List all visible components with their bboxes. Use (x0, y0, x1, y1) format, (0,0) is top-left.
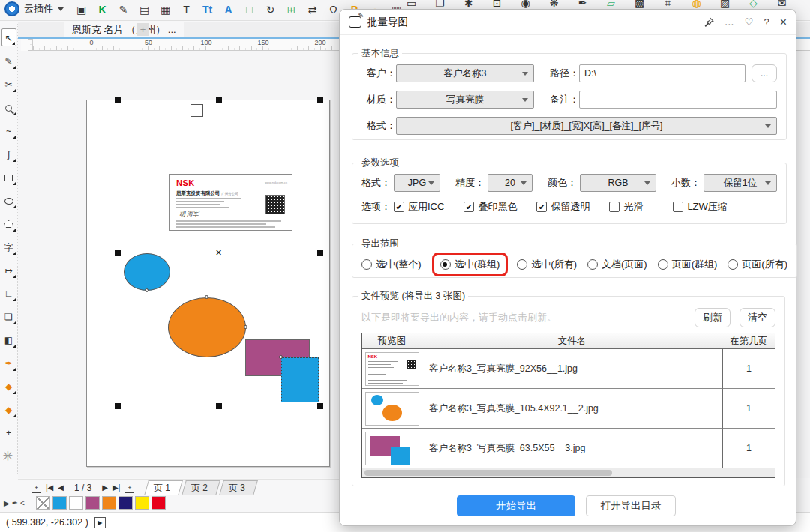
swatch-yellow[interactable] (135, 496, 149, 510)
close-icon[interactable]: × (780, 16, 787, 29)
chevron-down-icon[interactable] (58, 7, 64, 11)
color-select[interactable]: RGB (580, 174, 656, 192)
swatch-white[interactable] (69, 496, 83, 510)
note-input[interactable] (579, 91, 777, 109)
freehand-tool[interactable]: ~ (2, 123, 16, 139)
shape-node[interactable] (244, 325, 248, 329)
radio-document-page[interactable]: 文档(页面) (587, 258, 647, 271)
radio-selected-whole[interactable]: 选中(整个) (362, 258, 422, 271)
table-row[interactable]: NSK 客户名称3_写真亮膜_92X56__1.jpg 1 (362, 349, 775, 389)
swatch-red[interactable] (152, 496, 166, 510)
status-run-icon[interactable]: ▶ (94, 517, 106, 528)
curve-tool[interactable]: ʃ (2, 146, 16, 163)
frame-outline-icon[interactable]: □ (242, 1, 257, 18)
orange-ellipse-shape[interactable] (168, 297, 246, 357)
checkbox-smooth[interactable]: 光滑 (609, 200, 643, 214)
swatch-orange[interactable] (102, 496, 116, 510)
radio-page-all[interactable]: 页面(所有) (728, 258, 788, 271)
customer-select[interactable]: 客户名称3 (396, 64, 534, 82)
selection-handle[interactable] (115, 403, 121, 409)
open-export-dir-button[interactable]: 打开导出目录 (586, 495, 676, 516)
eyedropper-icon[interactable]: ✒ (12, 499, 18, 507)
page-tab-3[interactable]: 页 3 (220, 480, 259, 495)
text-runner-icon[interactable]: T (178, 1, 194, 18)
ellipse-tool[interactable] (2, 193, 16, 209)
page-tab-2[interactable]: 页 2 (182, 480, 221, 495)
selection-handle[interactable] (115, 250, 121, 256)
checkbox-keep-transparency[interactable]: ✔保留透明 (536, 200, 590, 214)
shape-node[interactable] (205, 295, 208, 299)
rotate-copy-icon[interactable]: ↻ (262, 1, 278, 18)
export-image-icon[interactable]: ▣ (74, 1, 89, 18)
swatch-blue[interactable] (52, 496, 67, 510)
palette-back-icon[interactable]: < (20, 499, 25, 507)
letter-spacing-icon[interactable]: A (220, 1, 236, 18)
selection-center-marker[interactable]: ✕ (215, 248, 222, 258)
pages-book-icon[interactable]: ▤ (136, 1, 152, 18)
page-tab-1[interactable]: 页 1 (144, 480, 183, 495)
connector-tool[interactable]: ∟ (2, 285, 16, 302)
start-export-button[interactable]: 开始导出 (457, 495, 575, 516)
shape-edit-icon[interactable]: ✎ (116, 1, 131, 18)
pick-tool[interactable]: ↖ (2, 28, 16, 46)
table-row[interactable]: 客户名称3_写真亮膜_63.5X55__3.jpg 1 (362, 429, 775, 468)
scrollbar-thumb[interactable] (364, 470, 612, 476)
eyedropper-tool[interactable]: ✒ (2, 355, 16, 372)
path-input[interactable]: D:\ (579, 64, 746, 82)
crop-tool[interactable]: ✂ (2, 76, 16, 93)
image-lock-icon[interactable]: ▦ (158, 1, 173, 18)
selection-handle[interactable] (115, 97, 121, 103)
prev-page-icon[interactable]: ◀ (58, 483, 64, 492)
selection-handle[interactable] (216, 403, 222, 409)
table-row[interactable]: 客户名称3_写真亮膜_105.4X92.1__2.jpg 1 (362, 389, 775, 429)
first-page-icon[interactable]: |◀ (46, 483, 53, 492)
new-tab-button[interactable]: + (136, 23, 149, 36)
radio-page-group[interactable]: 页面(群组) (658, 258, 718, 271)
refresh-button[interactable]: 刷新 (694, 308, 730, 327)
swatch-no-fill[interactable] (36, 496, 50, 510)
swatch-purple[interactable] (86, 496, 100, 510)
selection-handle[interactable] (317, 403, 323, 409)
dimension-tool[interactable]: ↦ (2, 262, 16, 279)
zoom-tool[interactable] (2, 100, 16, 116)
checkbox-lzw[interactable]: LZW压缩 (673, 200, 727, 214)
shape-node[interactable] (145, 288, 148, 292)
add-page-front-icon[interactable]: + (32, 483, 41, 493)
cloud-plugin-menu[interactable]: 云插件 (22, 2, 55, 16)
precision-select[interactable]: 20 (488, 174, 532, 192)
radio-selected-all[interactable]: 选中(所有) (517, 258, 577, 271)
shape-node[interactable] (279, 355, 283, 359)
grid-blocks-icon[interactable]: ⊞ (284, 1, 299, 18)
material-select[interactable]: 写真亮膜 (396, 91, 534, 109)
fill-tool[interactable]: ◆ (2, 378, 16, 395)
text-tool[interactable]: 字 (2, 239, 16, 256)
blue-rectangle-shape[interactable] (281, 357, 319, 402)
small-square-shape[interactable] (190, 104, 203, 117)
blue-ellipse-shape[interactable] (124, 253, 170, 291)
transparency-tool[interactable]: ◧ (2, 332, 16, 348)
document-tab[interactable]: 恩斯克 名片 （广州） ... (64, 22, 184, 37)
shadow-tool[interactable]: ❏ (2, 309, 16, 325)
font-case-icon[interactable]: Tt (200, 1, 215, 18)
rectangle-tool[interactable] (2, 169, 16, 186)
help-icon[interactable]: ? (764, 16, 769, 28)
palette-expand-icon[interactable]: ▶ (4, 499, 10, 507)
browse-button[interactable]: ... (752, 64, 777, 82)
last-page-icon[interactable]: ▶| (112, 483, 120, 492)
checkbox-overprint-black[interactable]: ✔叠印黑色 (464, 200, 517, 214)
decimal-select[interactable]: 保留1位 (704, 174, 777, 192)
name-format-select[interactable]: [客户]_[材质]_[宽]X[高]_[备注]_[序号] (396, 117, 777, 135)
selection-handle[interactable] (216, 97, 222, 103)
corel-k-icon[interactable]: K (94, 1, 110, 18)
radio-selected-group[interactable]: 选中(群组) (440, 258, 500, 271)
replace-icon[interactable]: ⇄ (304, 1, 320, 18)
selection-handle[interactable] (317, 97, 323, 103)
checkbox-apply-icc[interactable]: ✔应用ICC (394, 200, 444, 214)
polygon-tool[interactable] (2, 216, 16, 232)
pin-icon[interactable] (704, 17, 714, 28)
interactive-fill-tool[interactable]: ◆ (2, 402, 16, 418)
add-tool-button[interactable]: + (2, 425, 16, 441)
add-page-icon[interactable]: + (124, 483, 134, 493)
more-icon[interactable]: … (724, 16, 734, 28)
shape-tool[interactable]: ✎ (2, 53, 16, 70)
